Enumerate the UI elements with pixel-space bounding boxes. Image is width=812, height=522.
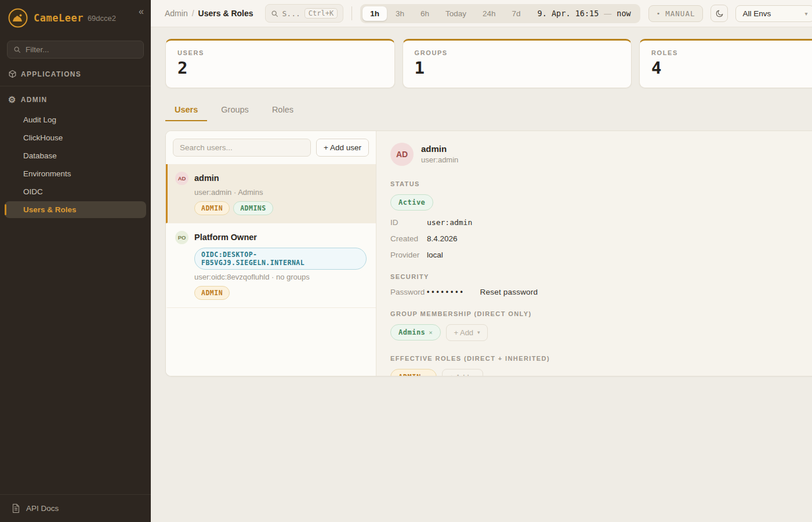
sidebar-filter-field[interactable] [7, 41, 144, 59]
document-icon [12, 503, 20, 513]
add-role-button[interactable]: + Add ▾ [442, 369, 483, 376]
sidebar-header: CameLeer 69dcce2 « [0, 0, 151, 35]
search-shortcut-kbd: Ctrl+K [304, 8, 338, 19]
global-search-text: S... [282, 9, 300, 18]
range-3h[interactable]: 3h [388, 6, 412, 21]
role-badge-admin: ADMIN [194, 286, 230, 300]
sidebar-divider [0, 86, 151, 86]
range-6h[interactable]: 6h [413, 6, 437, 21]
tab-users[interactable]: Users [165, 100, 207, 121]
tab-roles[interactable]: Roles [263, 100, 303, 121]
range-7d[interactable]: 7d [505, 6, 528, 21]
avatar: AD [175, 172, 188, 185]
group-chip-label: Admins [398, 328, 425, 336]
remove-role-icon[interactable]: × [425, 374, 429, 376]
add-group-button[interactable]: + Add ▾ [446, 324, 487, 341]
group-badge-admins: ADMINS [233, 201, 273, 215]
brand-build-hash: 69dcce2 [88, 14, 116, 23]
user-list-item-admin[interactable]: AD admin user:admin · Admins ADMIN ADMIN… [166, 164, 376, 223]
global-search-button[interactable]: S... Ctrl+K [265, 4, 344, 23]
admin-label: ADMIN [21, 96, 48, 104]
detail-user-id: user:admin [421, 155, 458, 164]
security-section-header: SECURITY [390, 273, 812, 280]
group-membership-header: GROUP MEMBERSHIP (DIRECT ONLY) [390, 310, 812, 317]
role-chip-admin[interactable]: ADMIN × [390, 369, 437, 376]
sidebar-item-users-roles[interactable]: Users & Roles [5, 201, 146, 218]
sidebar: CameLeer 69dcce2 « APPLICATIONS ⚙ ADMIN … [0, 0, 151, 522]
sidebar-item-clickhouse[interactable]: ClickHouse [5, 129, 146, 146]
group-chip-admins[interactable]: Admins × [390, 324, 441, 340]
id-value: user:admin [427, 218, 472, 227]
status-badge: Active [390, 194, 433, 211]
sidebar-collapse-icon[interactable]: « [139, 7, 144, 16]
sidebar-item-audit-log[interactable]: Audit Log [5, 111, 146, 128]
search-icon [13, 46, 21, 53]
sidebar-filter-input[interactable] [26, 45, 137, 54]
theme-toggle-button[interactable] [710, 5, 728, 22]
user-list-pane: + Add user AD admin user:admin · Admins … [166, 131, 376, 376]
user-name: Platform Owner [194, 233, 257, 242]
manual-mode-badge[interactable]: • MANUAL [648, 5, 704, 22]
api-docs-link[interactable]: API Docs [0, 494, 151, 522]
gear-icon: ⚙ [8, 95, 17, 104]
topbar-divider [351, 6, 352, 20]
chevron-down-icon: ▾ [477, 329, 480, 335]
sidebar-item-environments[interactable]: Environments [5, 165, 146, 182]
stat-roles-label: ROLES [651, 49, 812, 56]
sidebar-section-applications[interactable]: APPLICATIONS [0, 62, 151, 85]
brand-name: CameLeer [34, 12, 84, 24]
env-selected-value: All Envs [742, 9, 771, 18]
stat-card-users: USERS 2 [165, 39, 395, 88]
avatar: PO [175, 231, 188, 244]
api-docs-label: API Docs [26, 504, 59, 513]
manual-mode-label: MANUAL [665, 9, 695, 18]
time-to-value[interactable]: now [617, 9, 630, 18]
password-label: Password [390, 288, 427, 296]
provider-label: Provider [390, 251, 427, 259]
stat-groups-label: GROUPS [415, 49, 620, 56]
oidc-provider-badge: OIDC:DESKTOP-FB5VGJ9.SIEGELN.INTERNAL [194, 248, 367, 270]
password-row: Password •••••••• Reset password [390, 288, 812, 296]
remove-group-icon[interactable]: × [429, 329, 433, 336]
tab-groups[interactable]: Groups [212, 100, 258, 121]
chevron-down-icon: ▾ [473, 374, 476, 376]
breadcrumb: Admin / Users & Roles [165, 9, 253, 18]
breadcrumb-admin[interactable]: Admin [165, 9, 188, 18]
user-meta: user:admin · Admins [194, 188, 367, 197]
stats-row: USERS 2 GROUPS 1 ROLES 4 [165, 39, 812, 88]
tabs: Users Groups Roles [165, 100, 812, 121]
camel-logo-icon [8, 8, 28, 28]
search-users-input[interactable] [173, 139, 311, 157]
sidebar-item-oidc[interactable]: OIDC [5, 183, 146, 200]
effective-roles-header: EFFECTIVE ROLES (DIRECT + INHERITED) [390, 355, 812, 362]
created-value: 8.4.2026 [427, 234, 458, 243]
status-section-header: STATUS [390, 180, 812, 187]
applications-label: APPLICATIONS [21, 70, 81, 78]
range-today[interactable]: Today [438, 6, 474, 21]
detail-avatar: AD [390, 143, 414, 166]
user-list-item-platform-owner[interactable]: PO Platform Owner OIDC:DESKTOP-FB5VGJ9.S… [166, 223, 376, 308]
add-group-label: + Add [454, 328, 473, 337]
add-user-button[interactable]: + Add user [316, 139, 369, 157]
sidebar-admin-items: Audit Log ClickHouse Database Environmen… [0, 110, 151, 219]
detail-user-name: admin [421, 143, 458, 154]
role-badge-admin: ADMIN [194, 201, 230, 215]
sidebar-section-admin[interactable]: ⚙ ADMIN [0, 88, 151, 110]
reset-password-link[interactable]: Reset password [480, 288, 538, 296]
status-dot-icon: • [657, 10, 661, 17]
main-content: USERS 2 GROUPS 1 ROLES 4 Users Groups Ro… [151, 27, 812, 522]
role-chip-label: ADMIN [398, 373, 421, 376]
breadcrumb-separator: / [192, 9, 194, 18]
range-1h[interactable]: 1h [362, 6, 387, 21]
stat-users-value: 2 [177, 59, 383, 78]
field-row-provider: Provider local [390, 251, 812, 259]
stat-users-label: USERS [177, 49, 383, 56]
env-select-dropdown[interactable]: All Envs ▾ [735, 5, 812, 22]
time-from-value[interactable]: 9. Apr. 16:15 [538, 9, 599, 18]
range-24h[interactable]: 24h [475, 6, 503, 21]
sidebar-item-database[interactable]: Database [5, 147, 146, 164]
user-name: admin [194, 173, 219, 183]
stat-groups-value: 1 [415, 59, 620, 78]
provider-value: local [427, 251, 443, 259]
stat-card-roles: ROLES 4 [639, 39, 812, 88]
